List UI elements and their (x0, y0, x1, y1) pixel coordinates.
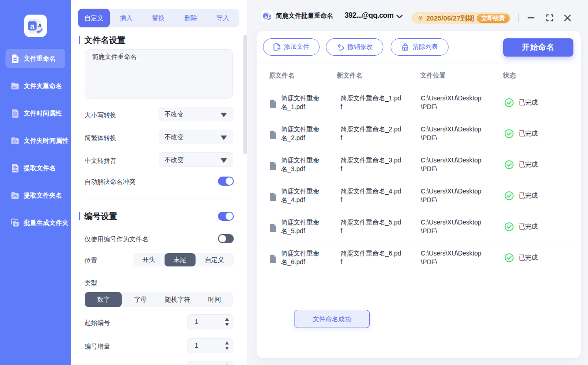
settings-panel: 自定义插入替换删除导入 文件名设置 简鹿文件重命名_ 大小写转换不改变简繁体转换… (71, 0, 247, 365)
new-name-cell: 简鹿文件重命名_3.pdf (340, 156, 402, 173)
status-text: 已完成 (519, 254, 538, 262)
account-label[interactable]: 392...@qq.com (345, 0, 393, 31)
table-row[interactable]: 简鹿文件重命名_4.pdf 简鹿文件重命名_4.pdf C:\Users\XU\… (257, 179, 581, 210)
table-row[interactable]: 简鹿文件重命名_5.pdf 简鹿文件重命名_5.pdf C:\Users\XU\… (257, 210, 581, 241)
file-icon (269, 130, 277, 139)
spin-down-icon[interactable] (225, 323, 229, 326)
only-number-label: 仅使用编号作为文件名 (85, 235, 149, 244)
folder-time-icon (10, 136, 20, 146)
svg-text:v: v (419, 15, 422, 20)
start-number-input[interactable]: 1 (187, 314, 233, 329)
spin-down-icon[interactable] (225, 347, 229, 350)
file-icon (269, 193, 277, 201)
position-label: 位置 (85, 257, 98, 265)
select-value: 不改变 (165, 107, 184, 121)
app-window: a A 文件重命名文件夹重命名文件时间属性文件夹时间属性提取文件名提取文件夹名批… (0, 0, 588, 365)
table-row[interactable]: 简鹿文件重命名_6.pdf 简鹿文件重命名_6.pdf C:\Users\XU\… (257, 241, 581, 272)
col-new-name: 新文件名 (337, 68, 362, 83)
sidebar-item-1[interactable]: 文件重命名 (5, 49, 65, 68)
select-value: 不改变 (165, 153, 184, 167)
start-rename-button[interactable]: 开始命名 (503, 38, 573, 57)
digits-input[interactable] (187, 361, 233, 365)
close-icon[interactable] (562, 12, 573, 24)
increment-input[interactable]: 1 (187, 338, 233, 353)
spin-up-icon[interactable] (225, 341, 229, 344)
position-option[interactable]: 开头 (134, 253, 165, 266)
sidebar-item-7[interactable]: 批量生成文件夹 (5, 213, 65, 232)
renew-button[interactable]: 立即续费 (477, 14, 510, 23)
sidebar-item-3[interactable]: 文件时间属性 (5, 104, 65, 123)
new-name-cell: 简鹿文件重命名_1.pdf (340, 94, 402, 111)
spinner-arrows[interactable] (225, 341, 229, 350)
status-cell: 已完成 (505, 191, 538, 200)
col-location: 文件位置 (420, 68, 446, 83)
sidebar-item-label: 提取文件名 (24, 158, 56, 177)
add-files-button[interactable]: 添加文件 (263, 38, 320, 56)
check-circle-icon (505, 191, 514, 200)
type-option[interactable]: 时间 (196, 292, 233, 307)
status-text: 已完成 (519, 130, 538, 138)
chevron-down-icon[interactable] (396, 15, 403, 19)
old-name-cell: 简鹿文件重命名_3.pdf (281, 156, 322, 173)
sidebar-item-4[interactable]: 文件夹时间属性 (5, 131, 65, 150)
old-name-cell: 简鹿文件重命名_4.pdf (281, 187, 322, 204)
position-option[interactable]: 自定义 (196, 253, 234, 266)
spinner-arrows[interactable] (225, 318, 229, 326)
select-3[interactable]: 不改变 (159, 152, 233, 167)
sidebar-item-6[interactable]: 提取文件夹名 (5, 186, 65, 205)
select-1[interactable]: 不改变 (159, 107, 233, 122)
status-cell: 已完成 (505, 253, 538, 262)
status-text: 已完成 (519, 223, 538, 231)
clear-list-button[interactable]: 清除列表 (391, 38, 449, 56)
tab-4[interactable]: 删除 (175, 9, 207, 27)
maximize-icon[interactable] (544, 12, 556, 24)
type-option[interactable]: 字母 (122, 292, 159, 307)
caret-down-icon (221, 113, 227, 117)
section-accent-bar (79, 212, 80, 220)
location-cell: C:\Users\XU\Desktop\PDF\ (421, 187, 482, 204)
type-option[interactable]: 数字 (85, 292, 122, 307)
status-text: 已完成 (519, 161, 538, 169)
folder-rename-icon (10, 81, 20, 91)
broom-icon (401, 43, 409, 51)
titlebar: a A 简鹿文件批量重命名 392...@qq.com v 2025/06/27… (247, 0, 588, 31)
check-circle-icon (505, 253, 514, 262)
file-time-icon (10, 108, 20, 118)
tab-5[interactable]: 导入 (207, 9, 239, 27)
table-row[interactable]: 简鹿文件重命名_3.pdf 简鹿文件重命名_3.pdf C:\Users\XU\… (257, 148, 581, 179)
table-row[interactable]: 简鹿文件重命名_1.pdf 简鹿文件重命名_1.pdf C:\Users\XU\… (257, 86, 581, 117)
old-name-cell: 简鹿文件重命名_2.pdf (281, 125, 322, 142)
license-badge[interactable]: v 2025/06/27到期 立即续费 (412, 12, 511, 24)
numbering-toggle[interactable] (218, 212, 234, 221)
auto-resolve-toggle[interactable] (218, 177, 234, 186)
license-expiry: 2025/06/27到期 (426, 12, 474, 24)
increment-label: 编号增量 (85, 343, 110, 351)
col-old-name: 原文件名 (269, 68, 294, 83)
filename-textarea[interactable]: 简鹿文件重命名_ (85, 49, 233, 99)
spin-up-icon[interactable] (225, 318, 229, 321)
sidebar: a A 文件重命名文件夹重命名文件时间属性文件夹时间属性提取文件名提取文件夹名批… (0, 0, 71, 365)
position-segmented: 开头末尾自定义 (134, 253, 234, 266)
sidebar-item-5[interactable]: 提取文件名 (5, 158, 65, 177)
select-2[interactable]: 不改变 (159, 130, 233, 145)
file-icon (269, 224, 277, 232)
settings-scrollbar[interactable] (243, 35, 247, 154)
svg-text:A: A (269, 14, 271, 17)
file-icon (269, 255, 277, 263)
minimize-icon[interactable] (525, 12, 537, 24)
numbering-section-title: 编号设置 (79, 212, 118, 220)
batch-create-folder-icon (10, 218, 20, 228)
type-label: 类型 (85, 279, 98, 287)
status-cell: 已完成 (505, 129, 538, 138)
sidebar-item-2[interactable]: 文件夹重命名 (5, 76, 65, 95)
only-number-toggle[interactable] (218, 234, 234, 243)
position-option[interactable]: 末尾 (165, 253, 196, 266)
undo-button[interactable]: 撤销修改 (326, 38, 383, 56)
type-option[interactable]: 随机字符 (159, 292, 196, 307)
table-row[interactable]: 简鹿文件重命名_2.pdf 简鹿文件重命名_2.pdf C:\Users\XU\… (257, 117, 581, 148)
tab-3[interactable]: 替换 (142, 9, 175, 27)
tab-2[interactable]: 插入 (110, 9, 142, 27)
check-circle-icon (505, 129, 514, 138)
tab-1[interactable]: 自定义 (78, 9, 110, 27)
check-circle-icon (505, 160, 514, 169)
